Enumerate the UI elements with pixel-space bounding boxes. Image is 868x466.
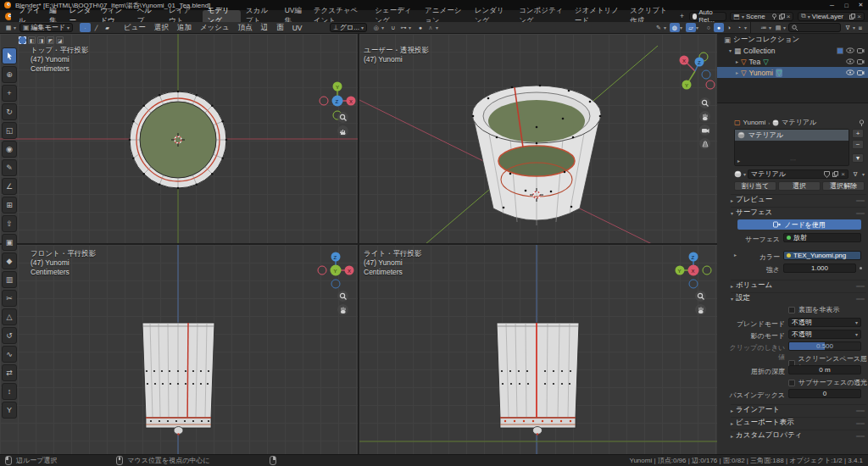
pin-icon[interactable] bbox=[771, 14, 777, 19]
slot-specials-menu[interactable]: ▾ bbox=[852, 153, 864, 163]
select-mode-face[interactable]: ▰ bbox=[102, 23, 113, 32]
shading-rendered-icon[interactable]: ◔ bbox=[734, 23, 744, 32]
panel-volume[interactable]: ▸ボリューム══ bbox=[731, 280, 866, 291]
eye-icon[interactable] bbox=[846, 69, 854, 75]
tool-inset-faces[interactable]: ▣ bbox=[2, 234, 17, 251]
auto-rel-button[interactable]: Auto Rel... bbox=[689, 12, 726, 21]
menu-uv[interactable]: UV bbox=[288, 24, 307, 32]
close-button[interactable]: ✕ bbox=[854, 0, 868, 10]
expand-icon[interactable]: ▸ bbox=[736, 69, 738, 75]
menu-mesh[interactable]: メッシュ bbox=[196, 23, 234, 33]
zoom-icon[interactable] bbox=[695, 291, 706, 302]
expand-icon[interactable]: ▸ bbox=[736, 58, 738, 64]
tool-smooth[interactable]: ∿ bbox=[2, 346, 17, 363]
pan-icon[interactable] bbox=[695, 304, 706, 315]
expand-icon[interactable]: ▾ bbox=[729, 47, 732, 53]
deselect-button[interactable]: 選択解除 bbox=[822, 181, 865, 191]
zoom-icon[interactable] bbox=[699, 97, 710, 108]
snap-magnet-icon[interactable]: ∪ bbox=[388, 23, 398, 32]
clip-threshold-slider[interactable]: 0.500 bbox=[788, 341, 861, 351]
tool-poly-build[interactable]: △ bbox=[2, 308, 17, 325]
shading-solid-icon[interactable]: ● bbox=[714, 23, 724, 32]
refraction-depth-field[interactable]: 0 m bbox=[788, 365, 861, 374]
shading-wireframe-icon[interactable]: ○ bbox=[704, 23, 714, 32]
transform-orientation[interactable]: ⟂ グロ...▾ bbox=[330, 23, 366, 32]
remove-icon[interactable]: × bbox=[857, 13, 861, 20]
workspace-shading[interactable]: シェーディング bbox=[370, 10, 420, 22]
eye-icon[interactable] bbox=[846, 58, 854, 64]
workspace-animation[interactable]: アニメーション bbox=[420, 10, 470, 22]
camera-visibility-icon[interactable] bbox=[857, 47, 865, 53]
tool-transform[interactable]: ◉ bbox=[2, 141, 17, 158]
strength-slider[interactable]: 1.000 bbox=[783, 264, 856, 273]
surface-shader-field[interactable]: 放射 bbox=[783, 233, 861, 242]
new-copy-icon[interactable] bbox=[779, 14, 785, 19]
pin-icon[interactable] bbox=[859, 119, 865, 126]
editor-type-icon[interactable]: ▦ bbox=[3, 23, 14, 32]
eye-icon[interactable] bbox=[846, 47, 854, 53]
outliner-options-icon[interactable]: ⧈ bbox=[855, 23, 865, 32]
material-slot-list[interactable]: マテリアル ▸ ⋯ bbox=[734, 129, 849, 166]
minimize-button[interactable]: ─ bbox=[825, 0, 839, 10]
animate-dot-icon[interactable] bbox=[860, 267, 862, 269]
breadcrumb-tab[interactable]: マテリアル bbox=[782, 118, 816, 127]
workspace-sculpt[interactable]: スカルプト bbox=[241, 10, 280, 22]
panel-settings[interactable]: ▾設定══ bbox=[731, 292, 866, 303]
viewport-top-left[interactable]: Y X Z ◧ ◨ ◩ ◪ トップ・平行投影 (47) Yunomi Centi… bbox=[0, 34, 358, 243]
color-texture-field[interactable]: TEX_Yunomi.png bbox=[783, 251, 861, 260]
outliner-row-scene[interactable]: ▣ シーンコレクション bbox=[717, 34, 868, 45]
gizmo-toggle-icon[interactable]: ✎ bbox=[654, 23, 664, 32]
select-button[interactable]: 選択 bbox=[778, 181, 821, 191]
blender-menu-icon[interactable] bbox=[4, 12, 11, 21]
select-set-icon[interactable] bbox=[19, 36, 26, 44]
checkbox-icon[interactable] bbox=[837, 47, 843, 54]
workspace-add-button[interactable]: + bbox=[675, 10, 689, 22]
new-copy-icon[interactable] bbox=[832, 171, 838, 177]
outliner-row-yunomi[interactable]: ▸ ▽ Yunomi ▽ bbox=[717, 67, 868, 78]
perspective-icon[interactable] bbox=[699, 138, 710, 149]
select-intersect-icon[interactable]: ◪ bbox=[56, 36, 64, 44]
material-slot-row[interactable]: マテリアル bbox=[735, 130, 849, 141]
tool-knife[interactable]: ✂ bbox=[2, 290, 17, 307]
panel-surface[interactable]: ▾サーフェス══ bbox=[731, 207, 866, 218]
tool-move[interactable]: + bbox=[2, 85, 17, 102]
viewport-bottom-right[interactable]: Z Y X ライト・平行投影 (47) Yunomi Centimeters bbox=[359, 245, 717, 454]
select-subtract-icon[interactable]: ◨ bbox=[37, 36, 45, 44]
backface-row[interactable]: 裏面を非表示 bbox=[788, 305, 839, 314]
menu-vertex[interactable]: 頂点 bbox=[234, 23, 257, 33]
pan-icon[interactable] bbox=[337, 304, 348, 315]
menu-edge[interactable]: 辺 bbox=[257, 23, 273, 33]
panel-line-art[interactable]: ▸ラインアート══ bbox=[731, 404, 866, 415]
select-invert-icon[interactable]: ◩ bbox=[47, 36, 54, 44]
pass-index-field[interactable]: 0 bbox=[788, 389, 861, 398]
outliner-row-tea[interactable]: ▸ ▽ Tea ▽ bbox=[717, 56, 868, 67]
outliner-display-icon[interactable]: ▤ bbox=[773, 23, 783, 32]
sss-checkbox[interactable] bbox=[788, 380, 795, 386]
tool-bevel[interactable]: ◆ bbox=[2, 252, 17, 269]
overlays-toggle-icon[interactable]: ◍ bbox=[670, 23, 680, 32]
unlink-icon[interactable]: × bbox=[787, 13, 791, 20]
proportional-edit-icon[interactable]: ● bbox=[415, 23, 426, 32]
tool-rip-region[interactable]: Y bbox=[2, 402, 17, 419]
outliner-search-input[interactable] bbox=[788, 23, 841, 32]
pan-icon[interactable] bbox=[699, 111, 710, 122]
viewport-bottom-left[interactable]: Z X Y フロント・平行投影 (47) Yunomi Centimeters bbox=[0, 245, 358, 454]
sss-row[interactable]: サブサーフェスの透光 bbox=[788, 378, 867, 387]
outliner-type-icon[interactable]: ≔ bbox=[759, 23, 769, 32]
viewport-top-right[interactable]: X Z Y ユーザー・透視投影 (47) Yunomi bbox=[359, 34, 717, 243]
falloff-icon[interactable]: ∧ bbox=[426, 23, 436, 32]
tool-spin[interactable]: ↺ bbox=[2, 327, 17, 344]
workspace-modeling[interactable]: モデリング bbox=[203, 10, 242, 22]
workspace-compositing[interactable]: コンポジティング bbox=[514, 10, 570, 22]
snap-target-icon[interactable]: ⊶ bbox=[398, 23, 409, 32]
use-nodes-button[interactable]: ノードを使用 bbox=[737, 219, 861, 230]
outliner-row-collection[interactable]: ▾ ▦ Collection bbox=[717, 45, 868, 56]
outliner-filter-icon[interactable]: ∇ bbox=[843, 23, 853, 32]
camera-icon[interactable] bbox=[699, 125, 710, 136]
menu-face[interactable]: 面 bbox=[272, 23, 288, 33]
tool-rotate[interactable]: ↻ bbox=[2, 103, 17, 120]
fake-user-shield-icon[interactable] bbox=[824, 171, 830, 178]
tool-edge-slide[interactable]: ⇄ bbox=[2, 364, 17, 381]
material-name-field[interactable]: マテリアル × bbox=[748, 169, 849, 179]
material-filter-icon[interactable]: ∇ bbox=[850, 169, 860, 179]
